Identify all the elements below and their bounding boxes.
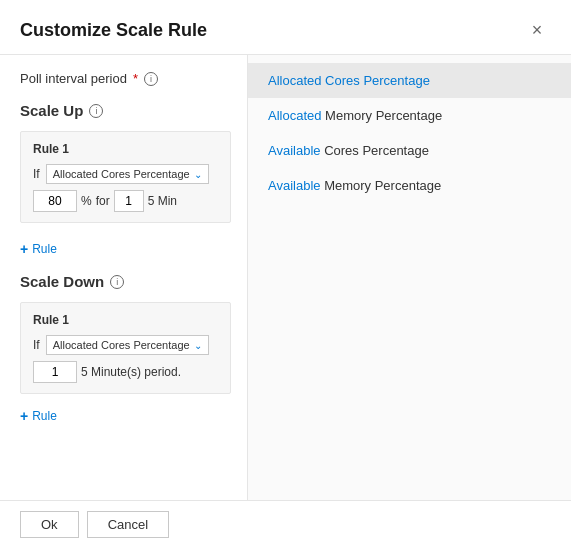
scale-up-min-input[interactable] <box>114 190 144 212</box>
modal-header: Customize Scale Rule × <box>0 0 571 55</box>
scale-up-header: Scale Up i <box>20 102 231 119</box>
close-button[interactable]: × <box>523 16 551 44</box>
scale-down-metric-dropdown[interactable]: Allocated Cores Percentage ⌄ <box>46 335 209 355</box>
right-panel-dropdown: Allocated Cores Percentage Allocated Mem… <box>248 55 571 500</box>
scale-down-plus-icon: + <box>20 408 28 424</box>
poll-interval-info-icon[interactable]: i <box>144 72 158 86</box>
scale-down-header: Scale Down i <box>20 273 231 290</box>
scale-up-dropdown-arrow-icon: ⌄ <box>194 169 202 180</box>
scale-up-info-icon[interactable]: i <box>89 104 103 118</box>
scale-down-add-rule-button[interactable]: + Rule <box>20 404 57 428</box>
scale-up-value-row: % for 5 Min <box>33 190 218 212</box>
scale-down-rule1: Rule 1 If Allocated Cores Percentage ⌄ 5… <box>20 302 231 394</box>
scale-up-metric-value: Allocated Cores Percentage <box>53 168 190 180</box>
modal-title: Customize Scale Rule <box>20 20 207 41</box>
scale-up-if-row: If Allocated Cores Percentage ⌄ <box>33 164 218 184</box>
scale-down-value-input[interactable] <box>33 361 77 383</box>
scale-down-info-icon[interactable]: i <box>110 275 124 289</box>
scale-down-rule-label: Rule 1 <box>33 313 218 327</box>
scale-up-value-input[interactable] <box>33 190 77 212</box>
scale-up-add-rule-button[interactable]: + Rule <box>20 237 231 261</box>
scale-up-title: Scale Up <box>20 102 83 119</box>
dropdown-item-label: Allocated Memory Percentage <box>268 108 442 123</box>
scale-down-value-row: 5 Minute(s) period. <box>33 361 218 383</box>
poll-interval-row: Poll interval period * i <box>20 71 231 86</box>
scale-up-pct-label: % <box>81 194 92 208</box>
modal-footer: Ok Cancel <box>0 500 571 548</box>
poll-interval-label: Poll interval period <box>20 71 127 86</box>
modal-dialog: Customize Scale Rule × Poll interval per… <box>0 0 571 548</box>
scale-down-add-rule-label: Rule <box>32 409 57 423</box>
scale-up-min-label: 5 Min <box>148 194 177 208</box>
left-panel: Poll interval period * i Scale Up i Rule… <box>0 55 248 500</box>
scale-up-plus-icon: + <box>20 241 28 257</box>
scale-down-if-row: If Allocated Cores Percentage ⌄ <box>33 335 218 355</box>
dropdown-item-label: Available Memory Percentage <box>268 178 441 193</box>
required-indicator: * <box>133 71 138 86</box>
dropdown-item-label: Available Cores Percentage <box>268 143 429 158</box>
scale-down-section: Scale Down i Rule 1 If Allocated Cores P… <box>20 273 231 428</box>
modal-body: Poll interval period * i Scale Up i Rule… <box>0 55 571 500</box>
scale-up-for-label: for <box>96 194 110 208</box>
dropdown-item-available-memory[interactable]: Available Memory Percentage <box>248 168 571 203</box>
dropdown-item-allocated-cores[interactable]: Allocated Cores Percentage <box>248 63 571 98</box>
scale-up-rule-label: Rule 1 <box>33 142 218 156</box>
scale-down-if-label: If <box>33 338 40 352</box>
scale-down-metric-value: Allocated Cores Percentage <box>53 339 190 351</box>
dropdown-item-allocated-memory[interactable]: Allocated Memory Percentage <box>248 98 571 133</box>
ok-button[interactable]: Ok <box>20 511 79 538</box>
scale-down-period-text: 5 Minute(s) period. <box>81 365 181 379</box>
dropdown-item-label: Allocated Cores Percentage <box>268 73 430 88</box>
scale-up-add-rule-label: Rule <box>32 242 57 256</box>
scale-up-if-label: If <box>33 167 40 181</box>
dropdown-item-available-cores[interactable]: Available Cores Percentage <box>248 133 571 168</box>
scale-up-rule1: Rule 1 If Allocated Cores Percentage ⌄ %… <box>20 131 231 223</box>
cancel-button[interactable]: Cancel <box>87 511 169 538</box>
scale-down-title: Scale Down <box>20 273 104 290</box>
scale-down-dropdown-arrow-icon: ⌄ <box>194 340 202 351</box>
scale-up-metric-dropdown[interactable]: Allocated Cores Percentage ⌄ <box>46 164 209 184</box>
